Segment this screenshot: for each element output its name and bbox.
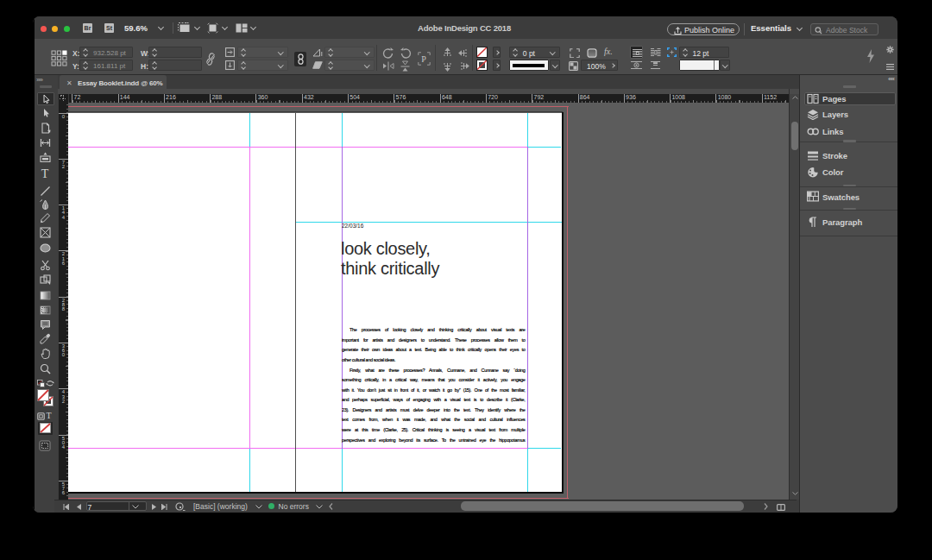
svg-text:P: P	[421, 54, 426, 64]
